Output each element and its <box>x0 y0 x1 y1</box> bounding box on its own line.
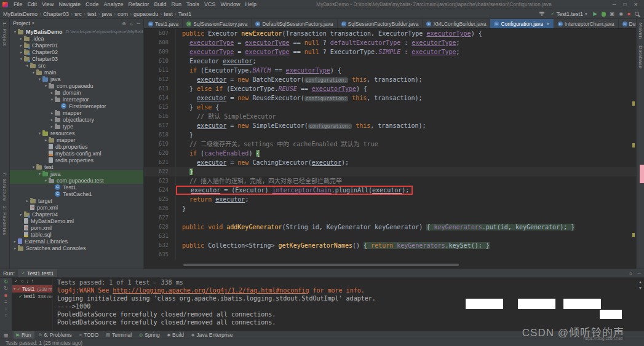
chevron-right-icon[interactable]: ▸ <box>18 36 24 41</box>
chevron-down-icon[interactable]: ▾ <box>37 131 42 136</box>
chevron-down-icon[interactable]: ▾ <box>31 165 36 170</box>
tool-button-run[interactable]: ▶Run <box>14 331 34 339</box>
line-number[interactable]: 612 <box>144 75 176 84</box>
project-tree-item[interactable]: ▾MyBatisDemoD:\workspace\vipworkspace\My… <box>10 28 143 35</box>
code-line[interactable]: 612 executor = new BatchExecutor(configu… <box>144 75 636 84</box>
project-tree-item[interactable]: ▸domain <box>10 89 143 96</box>
project-tree-item[interactable]: ▾com.gupaoedu.test <box>10 177 143 184</box>
settings-gear-icon[interactable]: ☼ <box>629 270 633 276</box>
tool-button-todo[interactable]: ≡TODO <box>76 331 102 339</box>
code-line[interactable]: 611 if (ExecutorType.BATCH == executorTy… <box>144 66 636 75</box>
menu-view[interactable]: View <box>39 1 56 7</box>
project-tree-item[interactable]: Test1 <box>10 184 143 191</box>
editor-tab[interactable]: CDefaultSqlSessionFactory.java <box>252 19 337 28</box>
breadcrumb-item[interactable]: com <box>117 11 128 17</box>
chevron-right-icon[interactable]: ▸ <box>18 50 24 55</box>
code-line[interactable]: 610 Executor executor; <box>144 57 636 66</box>
tool-stripe-button[interactable]: Maven <box>638 23 643 39</box>
debug-icon[interactable] <box>602 12 606 17</box>
line-number[interactable]: 613 <box>144 84 176 93</box>
project-tree-item[interactable]: ▸Chapter04 <box>10 211 143 218</box>
tool-stripe-button[interactable]: 2: Favorites <box>2 206 7 235</box>
menu-navigate[interactable]: Navigate <box>56 1 83 7</box>
profiler-icon[interactable]: ◉ <box>619 11 623 17</box>
project-tree-item[interactable]: ▾com.gupaoedu <box>10 82 143 89</box>
line-number[interactable]: 615 <box>144 103 176 112</box>
tool-button-6-problems[interactable]: ⊙6: Problems <box>36 331 75 339</box>
search-icon[interactable] <box>635 12 639 16</box>
scroll-down-icon[interactable]: ↓ <box>5 306 7 312</box>
chevron-right-icon[interactable]: ▸ <box>43 138 49 143</box>
code-line[interactable]: 631 <box>144 232 636 241</box>
run-button[interactable]: ▶ <box>593 11 597 17</box>
line-number[interactable]: 623 <box>144 176 176 186</box>
tool-button-java-enterprise[interactable]: ◈Java Enterprise <box>188 331 236 339</box>
menu-window[interactable]: Window <box>218 1 243 7</box>
breadcrumb-item[interactable]: MyBatisDemo <box>3 11 38 17</box>
run-tab[interactable]: ✓ Test1.test1 <box>18 269 57 277</box>
tool-stripe-button[interactable]: 7: Structure <box>2 172 7 201</box>
error-stripe-mark[interactable] <box>632 143 635 147</box>
code-line[interactable]: 620 if (cacheEnabled) { <box>144 149 636 158</box>
line-number[interactable]: 607 <box>144 29 176 38</box>
line-number[interactable]: 617 <box>144 121 176 130</box>
chevron-down-icon[interactable]: ▾ <box>25 63 30 68</box>
menu-tools[interactable]: Tools <box>184 1 202 7</box>
breadcrumb-item[interactable]: test <box>164 11 173 17</box>
tool-button-build[interactable]: ◆Build <box>164 331 187 339</box>
close-tab-icon[interactable]: ✕ <box>546 22 550 26</box>
chevron-right-icon[interactable]: ▸ <box>18 43 24 48</box>
menu-analyze[interactable]: Analyze <box>101 1 125 7</box>
breadcrumb-item[interactable]: java <box>102 11 113 17</box>
menu-run[interactable]: Run <box>169 1 185 7</box>
line-number[interactable]: 620 <box>144 149 176 158</box>
stop-icon[interactable]: ■ <box>4 293 7 298</box>
chevron-down-icon[interactable]: ▾ <box>43 84 49 88</box>
project-tree-item[interactable]: ▸mapper <box>10 136 143 143</box>
code-line[interactable]: 615 } else { <box>144 103 636 112</box>
sort-icon[interactable]: ↓ <box>26 278 29 284</box>
stop-icon[interactable]: ■ <box>627 11 630 17</box>
scroll-bottom-icon[interactable]: ▼ <box>638 286 642 290</box>
editor-tab[interactable]: ISqlSessionFactory.java <box>183 19 252 28</box>
editor-tab[interactable]: CSqlSessionFactoryBuilder.java <box>338 19 423 28</box>
tool-stripe-button[interactable]: Database <box>638 45 643 69</box>
chevron-down-icon[interactable]: ▾ <box>32 21 34 26</box>
tool-button-terminal[interactable]: ▤Terminal <box>103 331 135 339</box>
project-tree-item[interactable]: TestCache1 <box>10 191 143 197</box>
scroll-up-icon[interactable]: ↑ <box>5 313 7 318</box>
code-line[interactable]: 613 } else if (ExecutorType.REUSE == exe… <box>144 84 636 93</box>
project-tree-item[interactable]: ▸Chapter02 <box>10 49 143 55</box>
chevron-down-icon[interactable]: ▾ <box>12 29 18 34</box>
line-number[interactable]: 621 <box>144 158 176 167</box>
breadcrumb-item[interactable]: src <box>74 11 82 17</box>
code-line[interactable]: 621 executor = new CachingExecutor(execu… <box>144 158 636 167</box>
code-line[interactable]: 614 executor = new ReuseExecutor(configu… <box>144 93 636 103</box>
editor-tab[interactable]: CConfiguration.java✕ <box>490 19 554 28</box>
project-tree-item[interactable]: db.properties <box>10 143 143 150</box>
editor-tab[interactable]: CXMLConfigBuilder.java <box>423 19 490 28</box>
chevron-down-icon[interactable]: ▾ <box>37 171 42 176</box>
project-tree-item[interactable]: ▾Chapter03 <box>10 55 143 62</box>
line-number[interactable]: 635 <box>144 250 176 259</box>
menu-refactor[interactable]: Refactor <box>125 1 151 7</box>
coverage-icon[interactable]: ▣ <box>610 11 615 17</box>
tool-stripe-button[interactable]: 1: Project <box>2 22 7 46</box>
breadcrumb-item[interactable]: Chapter03 <box>43 11 69 17</box>
menu-vcs[interactable]: VCS <box>202 1 218 7</box>
line-number[interactable]: 626 <box>144 204 176 213</box>
project-tree-item[interactable]: ▸type <box>10 123 143 130</box>
project-panel-title[interactable]: Project <box>13 20 30 26</box>
horizontal-scrollbar[interactable] <box>183 264 459 266</box>
chevron-right-icon[interactable]: ▸ <box>12 239 18 244</box>
close-button[interactable]: ✕ <box>630 2 642 7</box>
minimize-button[interactable]: ─ <box>609 2 620 7</box>
project-tree-item[interactable]: pom.xml <box>10 204 143 211</box>
code-line[interactable]: 618 } <box>144 130 636 140</box>
line-number[interactable]: 614 <box>144 93 176 103</box>
project-tree-item[interactable]: ▸.idea <box>10 35 143 42</box>
project-tree-item[interactable]: ▸objectfactory <box>10 116 143 123</box>
code-line[interactable]: 608 executorType = executorType == null … <box>144 38 636 47</box>
project-tree-item[interactable]: ▸Chapter01 <box>10 42 143 49</box>
tool-button-spring[interactable]: ◎Spring <box>136 331 163 339</box>
